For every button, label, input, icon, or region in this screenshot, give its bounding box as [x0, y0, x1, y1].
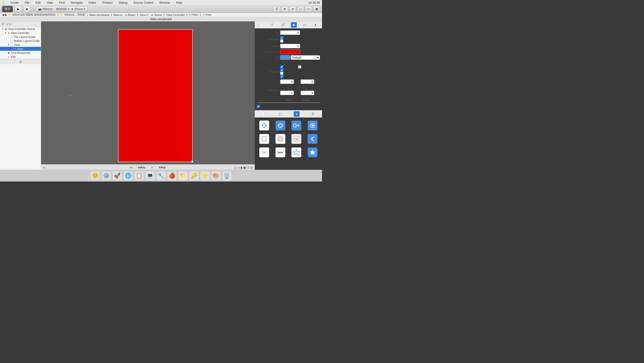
breadcrumb-4[interactable]: Main.st…d (Base) — [114, 14, 136, 16]
obj-tab-circle[interactable]: ● — [294, 111, 300, 117]
stretch-y-input[interactable] — [300, 80, 314, 84]
dock-app4[interactable]: ⭐ — [200, 171, 210, 180]
canvas-ctrl-6[interactable]: ◎ — [250, 166, 253, 169]
obj-pin[interactable] — [273, 120, 288, 132]
dock-finder[interactable]: 🙂 — [91, 171, 100, 180]
installed-checkbox[interactable] — [257, 105, 260, 108]
tint-color-swatch[interactable] — [280, 55, 290, 60]
canvas-area[interactable]: → w wAny h hAny ◎ ▢ ▭ ▮ ▩ ☷ ◎ — [41, 22, 255, 170]
stop-button[interactable]: ■ — [24, 6, 31, 12]
opaque-checkbox[interactable] — [280, 65, 284, 68]
hidden-checkbox[interactable] — [298, 65, 301, 68]
tint-select[interactable]: Default — [290, 55, 320, 60]
tree-item-bottom-layout[interactable]: ▭ Bottom Layout Guide — [0, 39, 41, 43]
obj-square-gray[interactable] — [273, 133, 288, 146]
dock-trash[interactable]: 🗑️ — [222, 171, 232, 180]
breadcrumb-1[interactable]: 📁 006自动布局案例·底部按钮相同间距 — [8, 13, 56, 17]
tree-item-view-child[interactable]: ▢ View — [0, 47, 41, 51]
layout-btn-6[interactable]: ▩ — [313, 6, 320, 12]
menu-debug[interactable]: Debug — [118, 1, 128, 4]
obj-edit-btn[interactable]: Edit — [257, 146, 272, 161]
breadcrumb-7[interactable]: ▢ View — [189, 13, 198, 16]
autoresize-checkbox[interactable] — [280, 75, 284, 78]
tag-input[interactable] — [280, 30, 300, 35]
breadcrumb-8[interactable]: ▢ View — [202, 13, 212, 16]
obj-star-outline[interactable]: ... — [289, 146, 304, 161]
background-color-swatch[interactable] — [280, 50, 300, 54]
breadcrumb-5[interactable]: View C…er Scene — [140, 14, 162, 16]
alpha-input[interactable] — [280, 44, 300, 48]
tree-item-first-responder[interactable]: ■ First Responder — [0, 51, 41, 55]
stretch-y-stepper[interactable]: ▲▼ — [300, 84, 306, 87]
tree-item-view-controller-scene[interactable]: ▾ ▦ View Controller Scene — [0, 27, 41, 31]
obj-circle[interactable] — [305, 120, 320, 132]
dock-app3[interactable]: 🔑 — [189, 171, 199, 180]
tree-item-view-controller[interactable]: ▾ ■ View Controller — [0, 31, 41, 35]
obj-star-filled[interactable] — [305, 146, 320, 161]
obj-connect[interactable] — [289, 120, 304, 132]
stretch-w-input[interactable] — [280, 91, 294, 95]
nav-bottom-icon[interactable]: ◎ — [19, 60, 22, 64]
menu-source-control[interactable]: Source Control — [132, 1, 154, 4]
scheme-selector[interactable]: 📷 006自动…·相同间距 ▾ ➜ iPhone 6 — [36, 6, 88, 12]
tree-item-exit[interactable]: ✕ Exit — [0, 55, 41, 59]
multiple-touch-checkbox[interactable] — [280, 39, 284, 42]
dock-app1[interactable]: 🍎 — [167, 171, 177, 180]
obj-tab-file[interactable]: 📄 — [261, 111, 267, 117]
layout-btn-1[interactable]: ☰ — [273, 6, 280, 12]
menu-edit[interactable]: Edit — [34, 1, 42, 4]
menu-editor[interactable]: Editor — [88, 1, 97, 4]
stretch-w-stepper[interactable]: ▲▼ — [280, 96, 285, 98]
obj-tab-code[interactable]: { } — [277, 111, 283, 117]
stretch-x-stepper[interactable]: ▲▼ — [280, 84, 285, 87]
dock-app2[interactable]: 📁 — [178, 171, 188, 180]
obj-tab-list[interactable]: ☰ — [310, 111, 316, 117]
canvas-ctrl-1[interactable]: ▢ — [234, 166, 236, 169]
tree-item-view-parent[interactable]: ▾ ▢ View — [0, 43, 41, 47]
user-interaction-checkbox[interactable] — [280, 36, 284, 39]
tab-help[interactable]: ? — [269, 22, 275, 28]
apple-menu[interactable]:  — [2, 1, 5, 5]
dock-safari[interactable]: 🌐 — [124, 171, 133, 180]
obj-title-bar[interactable]: < Title — [289, 133, 304, 146]
view-controller-frame[interactable] — [118, 29, 193, 162]
pause-button[interactable]: 暂停 — [2, 6, 13, 12]
stretch-h-input[interactable] — [300, 91, 314, 95]
layout-btn-5[interactable]: ▭ — [305, 6, 312, 12]
stretch-x-input[interactable] — [280, 80, 294, 84]
stretch-h-stepper[interactable]: ▲▼ — [300, 96, 306, 98]
dock-launchpad[interactable]: 🚀 — [112, 171, 122, 180]
tag-stepper[interactable]: ⬆⬇ — [300, 30, 306, 34]
nav-back[interactable]: ◀ — [2, 13, 4, 16]
canvas-ctrl-4[interactable]: ▩ — [243, 166, 246, 169]
obj-item-btn[interactable]: Item Item — [273, 146, 288, 161]
tab-identity[interactable]: 🔗 — [280, 22, 286, 28]
resize-handle[interactable] — [191, 160, 193, 162]
breadcrumb-3[interactable]: Main.storyboard — [90, 14, 109, 16]
run-button[interactable]: ▶ — [14, 6, 22, 12]
dock-notes[interactable]: 📋 — [134, 171, 144, 180]
canvas-ctrl-3[interactable]: ▮ — [241, 166, 242, 169]
menu-product[interactable]: Product — [101, 1, 114, 4]
layout-btn-3[interactable]: ⇄ — [289, 6, 296, 12]
breadcrumb-6[interactable]: View Controller — [166, 14, 184, 16]
clip-subviews-checkbox[interactable] — [280, 72, 284, 75]
tab-file[interactable]: 📄 — [258, 22, 264, 28]
tab-connections[interactable]: ● — [312, 22, 318, 28]
canvas-ctrl-5[interactable]: ☷ — [247, 166, 249, 169]
menu-find[interactable]: Find — [58, 1, 66, 4]
dock-preferences[interactable]: ⚙️ — [102, 171, 111, 180]
dock-terminal[interactable]: 💻 — [146, 171, 155, 180]
nav-icon-2[interactable]: ◁ — [6, 22, 8, 26]
clears-gc-checkbox[interactable] — [280, 68, 284, 72]
menu-view[interactable]: View — [46, 1, 54, 4]
tab-attributes[interactable]: ■ — [291, 22, 297, 28]
layout-btn-4[interactable]: ▢ — [297, 6, 304, 12]
breadcrumb-2[interactable]: 📁 006自动…同间距 — [60, 13, 85, 17]
nav-icon-1[interactable]: ☷ — [2, 22, 4, 26]
obj-square-white[interactable] — [257, 133, 272, 146]
nav-forward[interactable]: ▶ — [5, 13, 7, 16]
tab-size[interactable]: ▭ — [302, 22, 308, 28]
obj-crosshair[interactable] — [257, 120, 272, 132]
menu-xcode[interactable]: Xcode — [9, 1, 20, 4]
